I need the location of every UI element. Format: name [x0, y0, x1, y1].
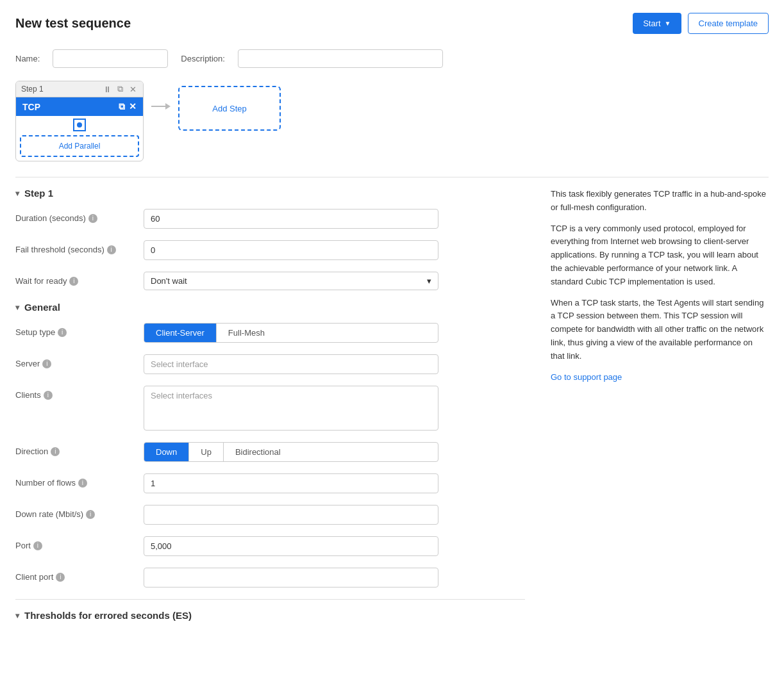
down-rate-label: Down rate (Mbit/s) i — [15, 505, 144, 519]
main-content-row: ▾ Step 1 Duration (seconds) i 60 — [15, 188, 769, 631]
duration-info-icon[interactable]: i — [88, 214, 97, 223]
number-of-flows-info-icon[interactable]: i — [78, 479, 87, 488]
wait-for-ready-dropdown[interactable]: Don't wait ▾ — [144, 272, 438, 290]
chevron-down-icon: ▾ — [427, 276, 431, 286]
clients-select[interactable]: Select interfaces — [144, 386, 438, 431]
clients-label: Clients i — [15, 386, 144, 400]
direction-info-icon[interactable]: i — [51, 447, 60, 456]
down-rate-info-icon[interactable]: i — [86, 510, 95, 519]
add-parallel-area[interactable]: Add Parallel — [20, 135, 139, 157]
fail-threshold-input[interactable]: 0 — [144, 240, 438, 260]
server-field: Select interface — [144, 354, 438, 374]
pause-icon[interactable]: ⏸ — [102, 84, 112, 94]
tcp-label: TCP — [22, 102, 40, 112]
connector-dot — [73, 119, 86, 131]
chevron-icon-thresholds: ▾ — [15, 611, 19, 620]
down-rate-input[interactable] — [144, 505, 438, 525]
port-label: Port i — [15, 536, 144, 550]
svg-marker-1 — [165, 103, 171, 110]
port-input[interactable]: 5,000 — [144, 536, 438, 556]
copy-icon-tcp[interactable]: ⧉ — [119, 101, 125, 112]
setup-type-row: Setup type i Client-Server Full-Mesh — [15, 323, 525, 343]
support-link[interactable]: Go to support page — [551, 372, 622, 382]
number-of-flows-row: Number of flows i 1 — [15, 473, 525, 493]
duration-field: 60 — [144, 209, 438, 229]
chevron-icon: ▾ — [15, 189, 19, 198]
direction-row: Direction i Down Up Bidirectional — [15, 442, 525, 462]
client-port-info-icon[interactable]: i — [56, 573, 65, 582]
step-builder: Step 1 ⏸ ⧉ ✕ TCP ⧉ ✕ — [15, 81, 769, 161]
server-label: Server i — [15, 354, 144, 368]
create-template-button[interactable]: Create template — [688, 13, 769, 34]
clients-field: Select interfaces — [144, 386, 438, 431]
clients-row: Clients i Select interfaces — [15, 386, 525, 431]
client-port-row: Client port i — [15, 568, 525, 587]
fail-threshold-field: 0 — [144, 240, 438, 260]
wait-for-ready-label: Wait for ready i — [15, 272, 144, 286]
general-section-header[interactable]: ▾ General — [15, 302, 525, 313]
client-server-btn[interactable]: Client-Server — [144, 324, 217, 342]
description-input[interactable] — [238, 49, 443, 68]
chevron-icon-general: ▾ — [15, 303, 19, 312]
clients-info-icon[interactable]: i — [44, 391, 53, 400]
server-info-icon[interactable]: i — [42, 359, 51, 368]
server-select[interactable]: Select interface — [144, 354, 438, 374]
step1-card: Step 1 ⏸ ⧉ ✕ TCP ⧉ ✕ — [15, 81, 144, 161]
fail-threshold-info-icon[interactable]: i — [107, 245, 116, 254]
fail-threshold-row: Fail threshold (seconds) i 0 — [15, 240, 525, 260]
direction-field: Down Up Bidirectional — [144, 442, 438, 462]
direction-label: Direction i — [15, 442, 144, 456]
down-btn[interactable]: Down — [144, 443, 189, 461]
tcp-icons: ⧉ ✕ — [119, 101, 137, 112]
name-input[interactable] — [53, 49, 168, 68]
info-para1: This task flexibly generates TCP traffic… — [551, 188, 769, 215]
info-para2: TCP is a very commonly used protocol, em… — [551, 222, 769, 289]
setup-type-label: Setup type i — [15, 323, 144, 337]
add-step-button[interactable]: Add Step — [178, 86, 281, 131]
start-button[interactable]: Start ▼ — [633, 13, 681, 34]
setup-type-toggle: Client-Server Full-Mesh — [144, 323, 438, 343]
client-port-label: Client port i — [15, 568, 144, 582]
close-icon[interactable]: ✕ — [128, 84, 138, 94]
info-panel: This task flexibly generates TCP traffic… — [525, 188, 769, 631]
setup-type-field: Client-Server Full-Mesh — [144, 323, 438, 343]
info-para3: When a TCP task starts, the Test Agents … — [551, 297, 769, 363]
bidirectional-btn[interactable]: Bidirectional — [224, 443, 292, 461]
close-icon-tcp[interactable]: ✕ — [129, 101, 137, 112]
step1-config: Duration (seconds) i 60 Fail threshold (… — [15, 209, 525, 621]
full-mesh-btn[interactable]: Full-Mesh — [217, 324, 276, 342]
setup-type-info-icon[interactable]: i — [58, 328, 67, 337]
number-of-flows-input[interactable]: 1 — [144, 473, 438, 493]
section-divider — [15, 177, 769, 177]
down-rate-field — [144, 505, 438, 525]
duration-input[interactable]: 60 — [144, 209, 438, 229]
page-title: New test sequence — [15, 16, 131, 31]
up-btn[interactable]: Up — [189, 443, 224, 461]
add-parallel-button[interactable]: Add Parallel — [21, 136, 138, 156]
number-of-flows-label: Number of flows i — [15, 473, 144, 488]
wait-for-ready-row: Wait for ready i Don't wait ▾ — [15, 272, 525, 290]
thresholds-section-header[interactable]: ▾ Thresholds for errored seconds (ES) — [15, 610, 525, 621]
port-info-icon[interactable]: i — [33, 541, 42, 550]
step1-section-header[interactable]: ▾ Step 1 — [15, 188, 525, 199]
down-rate-row: Down rate (Mbit/s) i — [15, 505, 525, 525]
description-label: Description: — [181, 54, 225, 63]
thresholds-divider — [15, 599, 525, 600]
duration-label: Duration (seconds) i — [15, 209, 144, 223]
copy-icon[interactable]: ⧉ — [115, 84, 125, 94]
step-controls: ⏸ ⧉ ✕ — [102, 84, 138, 94]
name-label: Name: — [15, 54, 40, 63]
number-of-flows-field: 1 — [144, 473, 438, 493]
step1-label: Step 1 — [21, 85, 44, 94]
tcp-block: TCP ⧉ ✕ — [16, 97, 143, 116]
port-field: 5,000 — [144, 536, 438, 556]
server-row: Server i Select interface — [15, 354, 525, 374]
wait-for-ready-info-icon[interactable]: i — [69, 277, 78, 286]
client-port-input[interactable] — [144, 568, 438, 587]
chevron-down-icon: ▼ — [665, 20, 671, 27]
header-buttons: Start ▼ Create template — [633, 13, 769, 34]
duration-row: Duration (seconds) i 60 — [15, 209, 525, 229]
step-card-header: Step 1 ⏸ ⧉ ✕ — [16, 81, 143, 97]
wait-for-ready-field: Don't wait ▾ — [144, 272, 438, 290]
client-port-field — [144, 568, 438, 587]
